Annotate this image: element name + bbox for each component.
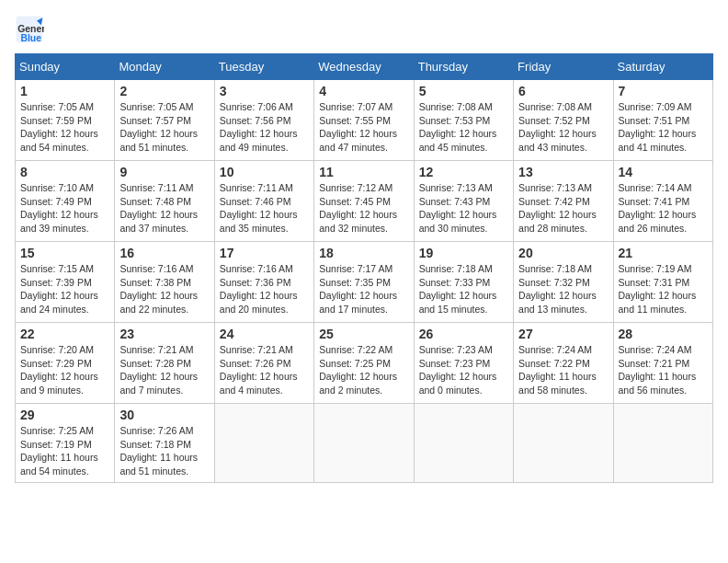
calendar-cell: 20Sunrise: 7:18 AMSunset: 7:32 PMDayligh… <box>514 242 613 323</box>
calendar-cell: 2Sunrise: 7:05 AMSunset: 7:57 PMDaylight… <box>115 80 214 161</box>
day-number: 26 <box>419 327 508 341</box>
day-number: 24 <box>220 327 309 341</box>
calendar-cell: 12Sunrise: 7:13 AMSunset: 7:43 PMDayligh… <box>414 161 513 242</box>
calendar-week-5: 29Sunrise: 7:25 AMSunset: 7:19 PMDayligh… <box>16 404 713 483</box>
cell-details: Sunrise: 7:19 AMSunset: 7:31 PMDaylight:… <box>619 262 708 316</box>
calendar-cell <box>314 404 414 483</box>
calendar-cell: 30Sunrise: 7:26 AMSunset: 7:18 PMDayligh… <box>115 404 214 483</box>
day-number: 16 <box>119 246 209 260</box>
cell-details: Sunrise: 7:18 AMSunset: 7:32 PMDaylight:… <box>518 262 608 316</box>
calendar-cell: 4Sunrise: 7:07 AMSunset: 7:55 PMDaylight… <box>314 80 414 161</box>
calendar-week-4: 22Sunrise: 7:20 AMSunset: 7:29 PMDayligh… <box>16 323 713 404</box>
weekday-friday: Friday <box>514 54 613 80</box>
calendar-week-3: 15Sunrise: 7:15 AMSunset: 7:39 PMDayligh… <box>16 242 713 323</box>
calendar-cell: 6Sunrise: 7:08 AMSunset: 7:52 PMDaylight… <box>514 80 613 161</box>
calendar-cell: 3Sunrise: 7:06 AMSunset: 7:56 PMDaylight… <box>214 80 313 161</box>
cell-details: Sunrise: 7:16 AMSunset: 7:36 PMDaylight:… <box>220 262 309 316</box>
weekday-monday: Monday <box>115 54 214 80</box>
day-number: 30 <box>119 408 209 422</box>
logo-icon: General Blue <box>15 15 44 44</box>
calendar-cell: 11Sunrise: 7:12 AMSunset: 7:45 PMDayligh… <box>314 161 414 242</box>
day-number: 9 <box>119 165 209 179</box>
calendar-cell: 9Sunrise: 7:11 AMSunset: 7:48 PMDaylight… <box>115 161 214 242</box>
day-number: 28 <box>619 327 708 341</box>
cell-details: Sunrise: 7:13 AMSunset: 7:43 PMDaylight:… <box>419 181 508 236</box>
cell-details: Sunrise: 7:25 AMSunset: 7:19 PMDaylight:… <box>20 424 109 478</box>
cell-details: Sunrise: 7:07 AMSunset: 7:55 PMDaylight:… <box>319 100 408 155</box>
cell-details: Sunrise: 7:11 AMSunset: 7:46 PMDaylight:… <box>220 181 309 236</box>
cell-details: Sunrise: 7:08 AMSunset: 7:53 PMDaylight:… <box>419 100 508 155</box>
calendar-cell: 19Sunrise: 7:18 AMSunset: 7:33 PMDayligh… <box>414 242 513 323</box>
day-number: 13 <box>518 165 608 179</box>
cell-details: Sunrise: 7:14 AMSunset: 7:41 PMDaylight:… <box>619 181 708 236</box>
weekday-wednesday: Wednesday <box>314 54 414 80</box>
cell-details: Sunrise: 7:05 AMSunset: 7:59 PMDaylight:… <box>20 100 109 155</box>
cell-details: Sunrise: 7:11 AMSunset: 7:48 PMDaylight:… <box>119 181 209 236</box>
day-number: 25 <box>319 327 408 341</box>
cell-details: Sunrise: 7:26 AMSunset: 7:18 PMDaylight:… <box>119 424 209 478</box>
calendar-cell <box>514 404 613 483</box>
calendar-cell: 16Sunrise: 7:16 AMSunset: 7:38 PMDayligh… <box>115 242 214 323</box>
weekday-thursday: Thursday <box>414 54 513 80</box>
calendar-cell: 17Sunrise: 7:16 AMSunset: 7:36 PMDayligh… <box>214 242 313 323</box>
calendar-cell: 26Sunrise: 7:23 AMSunset: 7:23 PMDayligh… <box>414 323 513 404</box>
calendar-cell: 1Sunrise: 7:05 AMSunset: 7:59 PMDaylight… <box>16 80 115 161</box>
cell-details: Sunrise: 7:24 AMSunset: 7:22 PMDaylight:… <box>518 343 608 397</box>
cell-details: Sunrise: 7:17 AMSunset: 7:35 PMDaylight:… <box>319 262 408 316</box>
cell-details: Sunrise: 7:21 AMSunset: 7:28 PMDaylight:… <box>119 343 209 397</box>
calendar-cell: 24Sunrise: 7:21 AMSunset: 7:26 PMDayligh… <box>214 323 313 404</box>
day-number: 5 <box>419 84 508 98</box>
cell-details: Sunrise: 7:21 AMSunset: 7:26 PMDaylight:… <box>220 343 309 397</box>
cell-details: Sunrise: 7:15 AMSunset: 7:39 PMDaylight:… <box>20 262 109 316</box>
calendar-cell: 10Sunrise: 7:11 AMSunset: 7:46 PMDayligh… <box>214 161 313 242</box>
calendar-cell: 7Sunrise: 7:09 AMSunset: 7:51 PMDaylight… <box>613 80 712 161</box>
calendar-week-2: 8Sunrise: 7:10 AMSunset: 7:49 PMDaylight… <box>16 161 713 242</box>
calendar-cell: 15Sunrise: 7:15 AMSunset: 7:39 PMDayligh… <box>16 242 115 323</box>
calendar-cell: 27Sunrise: 7:24 AMSunset: 7:22 PMDayligh… <box>514 323 613 404</box>
page-header: General Blue <box>15 15 713 44</box>
cell-details: Sunrise: 7:23 AMSunset: 7:23 PMDaylight:… <box>419 343 508 397</box>
day-number: 10 <box>220 165 309 179</box>
calendar-cell: 22Sunrise: 7:20 AMSunset: 7:29 PMDayligh… <box>16 323 115 404</box>
day-number: 21 <box>619 246 708 260</box>
cell-details: Sunrise: 7:24 AMSunset: 7:21 PMDaylight:… <box>619 343 708 397</box>
calendar-cell <box>414 404 513 483</box>
weekday-sunday: Sunday <box>16 54 115 80</box>
day-number: 15 <box>20 246 109 260</box>
cell-details: Sunrise: 7:06 AMSunset: 7:56 PMDaylight:… <box>220 100 309 155</box>
calendar-cell: 14Sunrise: 7:14 AMSunset: 7:41 PMDayligh… <box>613 161 712 242</box>
day-number: 8 <box>20 165 109 179</box>
cell-details: Sunrise: 7:08 AMSunset: 7:52 PMDaylight:… <box>518 100 608 155</box>
cell-details: Sunrise: 7:13 AMSunset: 7:42 PMDaylight:… <box>518 181 608 236</box>
cell-details: Sunrise: 7:18 AMSunset: 7:33 PMDaylight:… <box>419 262 508 316</box>
cell-details: Sunrise: 7:16 AMSunset: 7:38 PMDaylight:… <box>119 262 209 316</box>
day-number: 17 <box>220 246 309 260</box>
day-number: 22 <box>20 327 109 341</box>
calendar-cell: 25Sunrise: 7:22 AMSunset: 7:25 PMDayligh… <box>314 323 414 404</box>
calendar-week-1: 1Sunrise: 7:05 AMSunset: 7:59 PMDaylight… <box>16 80 713 161</box>
day-number: 23 <box>119 327 209 341</box>
day-number: 18 <box>319 246 408 260</box>
day-number: 3 <box>220 84 309 98</box>
calendar-cell <box>613 404 712 483</box>
calendar-cell: 28Sunrise: 7:24 AMSunset: 7:21 PMDayligh… <box>613 323 712 404</box>
day-number: 27 <box>518 327 608 341</box>
day-number: 6 <box>518 84 608 98</box>
weekday-tuesday: Tuesday <box>214 54 313 80</box>
weekday-saturday: Saturday <box>613 54 712 80</box>
day-number: 29 <box>20 408 109 422</box>
svg-text:Blue: Blue <box>20 33 41 43</box>
calendar-table: SundayMondayTuesdayWednesdayThursdayFrid… <box>15 53 713 483</box>
cell-details: Sunrise: 7:12 AMSunset: 7:45 PMDaylight:… <box>319 181 408 236</box>
day-number: 19 <box>419 246 508 260</box>
day-number: 7 <box>619 84 708 98</box>
cell-details: Sunrise: 7:22 AMSunset: 7:25 PMDaylight:… <box>319 343 408 397</box>
calendar-cell: 18Sunrise: 7:17 AMSunset: 7:35 PMDayligh… <box>314 242 414 323</box>
cell-details: Sunrise: 7:10 AMSunset: 7:49 PMDaylight:… <box>20 181 109 236</box>
day-number: 2 <box>119 84 209 98</box>
weekday-header-row: SundayMondayTuesdayWednesdayThursdayFrid… <box>16 54 713 80</box>
calendar-cell: 23Sunrise: 7:21 AMSunset: 7:28 PMDayligh… <box>115 323 214 404</box>
calendar-cell: 21Sunrise: 7:19 AMSunset: 7:31 PMDayligh… <box>613 242 712 323</box>
day-number: 1 <box>20 84 109 98</box>
calendar-cell <box>214 404 313 483</box>
